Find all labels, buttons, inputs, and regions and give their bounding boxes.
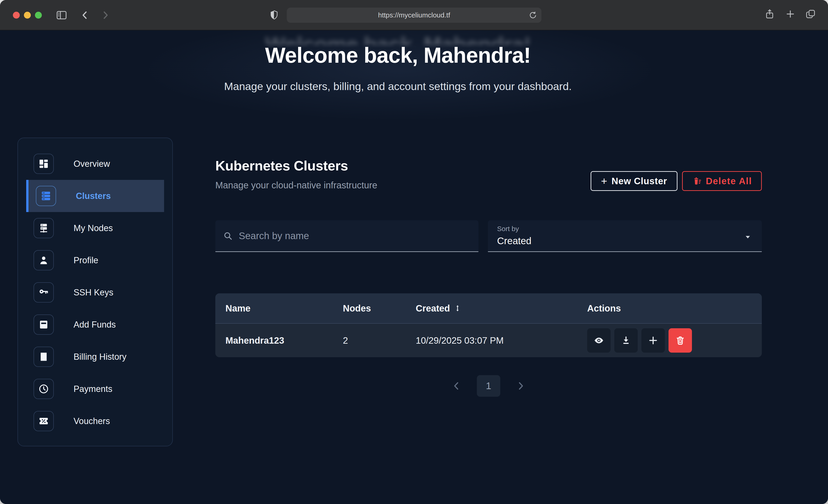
delete-all-label: Delete All — [706, 176, 752, 186]
address-bar-url: https://myceliumcloud.tf — [378, 11, 450, 19]
node-rack-icon — [34, 218, 54, 238]
sidebar-toggle-icon[interactable] — [55, 9, 68, 21]
sidebar-item-label: Clusters — [76, 191, 111, 201]
hero-section: Welcome back, Mahendra! Welcome back, Ma… — [0, 42, 828, 93]
download-icon — [621, 335, 631, 346]
sidebar-item-label: Add Funds — [74, 320, 116, 330]
new-tab-icon[interactable] — [785, 9, 796, 19]
next-page-icon[interactable] — [515, 381, 526, 391]
row-actions — [587, 328, 752, 352]
search-icon — [223, 231, 233, 241]
sidebar-item-label: Vouchers — [74, 416, 110, 426]
sidebar-item-overview[interactable]: Overview — [26, 148, 164, 180]
traffic-lights — [13, 12, 42, 18]
sidebar-item-payments[interactable]: Payments — [26, 373, 164, 405]
server-stack-icon — [36, 186, 56, 206]
search-input[interactable] — [239, 230, 471, 242]
trash-action-button[interactable] — [668, 328, 692, 352]
search-box — [215, 220, 479, 252]
download-action-button[interactable] — [614, 328, 638, 352]
new-cluster-label: New Cluster — [612, 176, 667, 186]
column-label: Created — [416, 303, 450, 313]
tab-overview-icon[interactable] — [805, 9, 816, 19]
clusters-panel: Kubernetes Clusters Manage your cloud-na… — [215, 138, 762, 446]
section-subtitle: Manage your cloud-native infrastructure — [215, 180, 377, 191]
overview-grid-icon — [34, 154, 54, 174]
new-cluster-button[interactable]: + New Cluster — [591, 171, 677, 191]
address-bar[interactable]: https://myceliumcloud.tf — [287, 8, 541, 23]
sidebar-item-label: Profile — [74, 255, 98, 265]
forward-icon — [100, 10, 110, 20]
trash-icon — [675, 335, 686, 346]
sidebar-nav: OverviewClustersMy NodesProfileSSH KeysA… — [17, 138, 173, 446]
eye-icon — [593, 335, 604, 346]
key-icon — [34, 282, 54, 302]
cell-cluster-name: Mahendra123 — [225, 335, 343, 346]
column-label: Nodes — [343, 303, 371, 313]
plus-icon: + — [601, 176, 607, 186]
page-number-button[interactable]: 1 — [477, 375, 500, 397]
page-subtitle: Manage your clusters, billing, and accou… — [0, 80, 796, 93]
column-label: Name — [225, 303, 250, 313]
clusters-table: NameNodesCreatedActions Mahendra123210/2… — [215, 293, 762, 357]
traffic-light-close[interactable] — [13, 12, 20, 18]
sidebar-item-profile[interactable]: Profile — [26, 244, 164, 276]
cell-created-date: 10/29/2025 03:07 PM — [416, 335, 587, 346]
sort-dropdown[interactable]: Sort by Created — [488, 220, 762, 252]
sort-selected-value: Created — [497, 236, 753, 247]
plus-icon — [648, 335, 658, 346]
column-label: Actions — [587, 303, 621, 313]
sidebar-item-label: Payments — [74, 384, 112, 394]
sidebar-item-add-funds[interactable]: Add Funds — [26, 308, 164, 341]
table-row: Mahendra123210/29/2025 03:07 PM — [215, 323, 762, 357]
table-header-row: NameNodesCreatedActions — [215, 293, 762, 323]
sidebar-item-label: Overview — [74, 159, 110, 169]
clusters-heading-block: Kubernetes Clusters Manage your cloud-na… — [215, 158, 377, 191]
sidebar-item-label: Billing History — [74, 352, 126, 362]
column-header-nodes: Nodes — [343, 303, 416, 313]
traffic-light-minimize[interactable] — [24, 12, 31, 18]
reload-icon[interactable] — [529, 11, 537, 19]
sort-label: Sort by — [497, 225, 753, 233]
page-content: Welcome back, Mahendra! Welcome back, Ma… — [0, 30, 828, 504]
pagination: 1 — [215, 375, 762, 397]
chevron-down-icon — [744, 233, 752, 241]
trash-sweep-icon — [692, 176, 702, 186]
wallet-card-icon — [34, 314, 54, 335]
cell-node-count: 2 — [343, 335, 416, 346]
receipt-icon — [34, 347, 54, 367]
share-icon[interactable] — [764, 9, 775, 19]
ticket-percent-icon — [34, 411, 54, 431]
shield-icon[interactable] — [268, 10, 280, 21]
sidebar-item-label: My Nodes — [74, 223, 113, 233]
back-icon[interactable] — [80, 10, 90, 20]
table-body: Mahendra123210/29/2025 03:07 PM — [215, 323, 762, 357]
plus-action-button[interactable] — [641, 328, 665, 352]
column-header-created[interactable]: Created — [416, 303, 587, 313]
sort-updown-icon — [454, 304, 461, 312]
clock-icon — [34, 379, 54, 399]
page-title: Welcome back, Mahendra! — [0, 42, 796, 69]
sidebar-item-label: SSH Keys — [74, 288, 113, 297]
traffic-light-zoom[interactable] — [35, 12, 42, 18]
delete-all-button[interactable]: Delete All — [682, 171, 762, 191]
column-header-actions: Actions — [587, 303, 752, 313]
sidebar-item-clusters[interactable]: Clusters — [26, 180, 164, 212]
sidebar-item-vouchers[interactable]: Vouchers — [26, 405, 164, 437]
section-title: Kubernetes Clusters — [215, 158, 377, 174]
eye-action-button[interactable] — [587, 328, 611, 352]
sidebar-item-my-nodes[interactable]: My Nodes — [26, 212, 164, 244]
sidebar-item-billing-history[interactable]: Billing History — [26, 341, 164, 373]
sidebar-item-ssh-keys[interactable]: SSH Keys — [26, 276, 164, 308]
previous-page-icon[interactable] — [452, 381, 462, 391]
browser-toolbar: https://myceliumcloud.tf — [0, 0, 828, 30]
browser-window: https://myceliumcloud.tf Welcome back, M… — [0, 0, 828, 504]
user-icon — [34, 250, 54, 270]
column-header-name: Name — [225, 303, 343, 313]
